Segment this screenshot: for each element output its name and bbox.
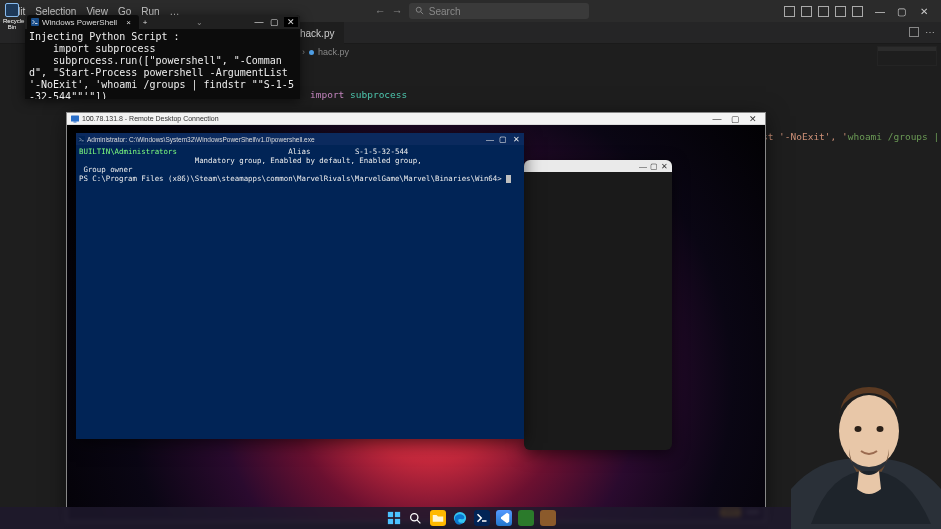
minimize-button[interactable]: —	[252, 17, 266, 27]
svg-point-10	[411, 513, 418, 520]
tab-dropdown-icon[interactable]: ⌄	[196, 18, 203, 27]
svg-rect-3	[71, 115, 79, 121]
file-explorer-button[interactable]	[430, 510, 446, 526]
recycle-bin-desktop-icon[interactable]: Recycle Bin	[3, 3, 21, 30]
new-tab-button[interactable]: +	[143, 18, 148, 27]
admin-powershell-output[interactable]: BUILTIN\Administrators Alias S-1-5-32-54…	[76, 145, 524, 439]
group-owner: Group owner	[83, 165, 132, 174]
maximize-button[interactable]: ▢	[650, 162, 658, 171]
panel-bottom-icon[interactable]	[818, 6, 829, 17]
minimap[interactable]	[877, 46, 937, 66]
tab-close-icon[interactable]: ×	[126, 18, 131, 27]
close-button[interactable]: ✕	[284, 17, 298, 27]
close-button[interactable]: ✕	[661, 162, 668, 171]
search-placeholder: Search	[429, 6, 461, 17]
terminal-tab[interactable]: Windows PowerShell ×	[27, 15, 139, 29]
col-alias: Alias	[288, 147, 310, 156]
taskbar-center	[386, 510, 556, 526]
nav-back-icon[interactable]: ←	[375, 5, 386, 17]
svg-rect-4	[74, 121, 77, 122]
folder-icon	[432, 512, 444, 524]
person-illustration	[791, 359, 941, 529]
minimize-button[interactable]: —	[709, 114, 725, 124]
svg-point-0	[416, 7, 421, 12]
python-file-icon	[309, 50, 314, 55]
terminal-button[interactable]	[474, 510, 490, 526]
close-button[interactable]: ✕	[745, 114, 761, 124]
svg-rect-8	[387, 519, 392, 524]
vscode-icon	[498, 512, 510, 524]
layout-toggle-icon[interactable]	[784, 6, 795, 17]
chevron-right-icon: ›	[302, 47, 305, 57]
rdp-icon	[71, 115, 79, 123]
svg-line-11	[417, 520, 420, 523]
maximize-button[interactable]: ▢	[268, 17, 282, 27]
close-button[interactable]: ✕	[915, 6, 933, 17]
search-icon	[415, 6, 425, 16]
command-center-search[interactable]: Search	[409, 3, 589, 19]
taskbar-search-button[interactable]	[408, 510, 424, 526]
app-button[interactable]	[518, 510, 534, 526]
remote-desktop[interactable]: — ▢ ✕ Administrator: C:\Windows\System32…	[67, 125, 765, 521]
vscode-nav: ← → Search	[375, 3, 589, 19]
host-powershell-output[interactable]: Injecting Python Script : import subproc…	[25, 29, 300, 99]
app-button-2[interactable]	[540, 510, 556, 526]
svg-rect-5	[78, 136, 85, 143]
svg-rect-6	[387, 512, 392, 517]
maximize-button[interactable]: ▢	[497, 135, 509, 144]
admin-powershell-titlebar[interactable]: Administrator: C:\Windows\System32\Windo…	[76, 133, 524, 145]
panel-right-icon[interactable]	[835, 6, 846, 17]
minimize-button[interactable]: —	[484, 135, 496, 144]
recycle-bin-icon	[5, 3, 19, 17]
minimize-button[interactable]: —	[871, 6, 889, 17]
maximize-button[interactable]: ▢	[727, 114, 743, 124]
panel-left-icon[interactable]	[801, 6, 812, 17]
col-sid: S-1-5-32-544	[355, 147, 408, 156]
terminal-icon	[476, 512, 488, 524]
ps-prompt: PS C:\Program Files (x86)\Steam\steamapp…	[79, 174, 506, 183]
windows-icon	[387, 511, 401, 525]
svg-point-14	[839, 395, 899, 467]
close-button[interactable]: ✕	[510, 135, 522, 144]
powershell-icon	[31, 18, 39, 26]
group-attrs: Mandatory group, Enabled by default, Ena…	[195, 156, 422, 165]
breadcrumb-file: hack.py	[318, 47, 349, 57]
tab-title: Windows PowerShell	[42, 18, 117, 27]
remote-background-window[interactable]: — ▢ ✕	[524, 160, 672, 450]
layout-custom-icon[interactable]	[852, 6, 863, 17]
search-icon	[409, 512, 422, 525]
admin-powershell-window[interactable]: Administrator: C:\Windows\System32\Windo…	[76, 133, 524, 439]
svg-line-1	[420, 12, 423, 15]
rdp-window[interactable]: 100.78.131.8 - Remote Desktop Connection…	[66, 112, 766, 522]
edge-icon	[453, 511, 467, 525]
admin-powershell-title: Administrator: C:\Windows\System32\Windo…	[87, 136, 315, 143]
host-powershell-titlebar[interactable]: Windows PowerShell × + ⌄ — ▢ ✕	[25, 15, 300, 29]
layout-controls	[784, 6, 863, 17]
svg-rect-9	[394, 519, 399, 524]
recycle-bin-label: Recycle Bin	[3, 18, 21, 30]
tab-more-icon[interactable]: ⋯	[925, 27, 935, 38]
group-name: BUILTIN\Administrators	[79, 147, 177, 156]
rdp-titlebar[interactable]: 100.78.131.8 - Remote Desktop Connection…	[67, 113, 765, 125]
minimize-button[interactable]: —	[639, 162, 647, 171]
cursor	[506, 175, 511, 183]
start-button[interactable]	[386, 510, 402, 526]
split-editor-icon[interactable]	[909, 27, 919, 37]
host-powershell-window[interactable]: Windows PowerShell × + ⌄ — ▢ ✕ Injecting…	[25, 15, 300, 99]
powershell-icon	[78, 136, 85, 143]
rdp-title: 100.78.131.8 - Remote Desktop Connection	[82, 115, 219, 122]
svg-point-16	[877, 426, 884, 432]
edge-button[interactable]	[452, 510, 468, 526]
webcam-overlay	[791, 359, 941, 529]
tab-filename: hack.py	[300, 28, 334, 39]
nav-forward-icon[interactable]: →	[392, 5, 403, 17]
svg-point-15	[855, 426, 862, 432]
remote-background-titlebar[interactable]: — ▢ ✕	[524, 160, 672, 172]
vscode-button[interactable]	[496, 510, 512, 526]
vscode-window-controls: — ▢ ✕	[871, 6, 933, 17]
svg-rect-7	[394, 512, 399, 517]
maximize-button[interactable]: ▢	[893, 6, 911, 17]
